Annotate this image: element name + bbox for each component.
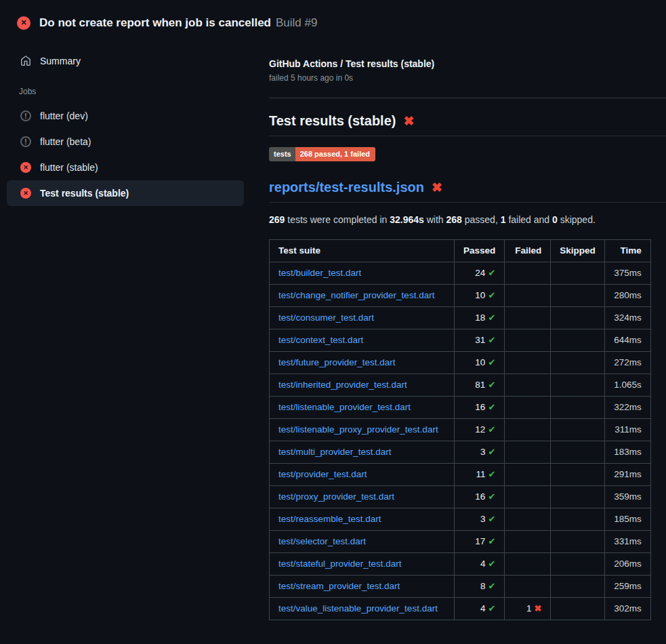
report-heading: reports/test-results.json ✖ bbox=[269, 180, 666, 203]
test-suite-link[interactable]: test/listenable_proxy_provider_test.dart bbox=[278, 424, 438, 435]
table-row: test/change_notifier_provider_test.dart1… bbox=[270, 285, 651, 307]
summary-line: 269 tests were completed in 32.964s with… bbox=[269, 214, 666, 225]
time-cell: 291ms bbox=[604, 464, 650, 486]
failed-status-icon: ✕ bbox=[20, 188, 31, 199]
job-label: Test results (stable) bbox=[40, 188, 129, 199]
passed-count: 18 bbox=[475, 313, 485, 323]
check-icon: ✔ bbox=[488, 581, 495, 591]
col-header-passed: Passed bbox=[455, 240, 505, 262]
passed-cell: 81✔ bbox=[455, 374, 505, 397]
skipped-cell bbox=[551, 352, 605, 374]
sidebar: Summary Jobs !flutter (dev)!flutter (bet… bbox=[0, 38, 251, 206]
failed-cell bbox=[505, 374, 551, 397]
run-header: ✕ Do not create report when job is cance… bbox=[0, 0, 666, 38]
failed-cell bbox=[505, 307, 551, 329]
table-row: test/stateful_provider_test.dart4✔206ms bbox=[270, 553, 651, 576]
job-label: flutter (dev) bbox=[40, 110, 88, 121]
skipped-cell bbox=[551, 262, 605, 285]
neutral-status-icon: ! bbox=[20, 136, 31, 147]
test-suite-link[interactable]: test/change_notifier_provider_test.dart bbox=[278, 290, 434, 300]
suite-cell: test/multi_provider_test.dart bbox=[270, 441, 455, 464]
failed-cell bbox=[505, 285, 551, 307]
time-cell: 259ms bbox=[604, 576, 650, 598]
sidebar-item-flutter-dev[interactable]: !flutter (dev) bbox=[7, 103, 244, 129]
sidebar-item-test-results-stable[interactable]: ✕Test results (stable) bbox=[7, 180, 244, 206]
sidebar-item-flutter-stable[interactable]: ✕flutter (stable) bbox=[7, 155, 244, 180]
skipped-cell bbox=[551, 486, 605, 508]
passed-count: 4 bbox=[480, 603, 486, 613]
passed-count: 81 bbox=[475, 380, 485, 390]
time-cell: 359ms bbox=[604, 486, 650, 508]
table-row: test/reassemble_test.dart3✔185ms bbox=[270, 508, 651, 531]
passed-cell: 11✔ bbox=[455, 464, 505, 486]
suite-cell: test/context_test.dart bbox=[270, 329, 455, 352]
passed-cell: 10✔ bbox=[455, 352, 505, 374]
check-icon: ✔ bbox=[488, 424, 495, 435]
suite-cell: test/change_notifier_provider_test.dart bbox=[270, 285, 455, 307]
time-cell: 644ms bbox=[604, 329, 650, 352]
test-suite-link[interactable]: test/context_test.dart bbox=[278, 335, 363, 345]
summary-label: Summary bbox=[40, 56, 81, 66]
run-build-number: Build #9 bbox=[276, 16, 317, 30]
passed-cell: 8✔ bbox=[455, 576, 505, 598]
badge-label: tests bbox=[269, 147, 295, 161]
sidebar-item-summary[interactable]: Summary bbox=[0, 49, 251, 73]
suite-cell: test/stateful_provider_test.dart bbox=[270, 553, 455, 576]
passed-count: 16 bbox=[475, 402, 485, 412]
passed-cell: 31✔ bbox=[455, 329, 505, 352]
skipped-cell bbox=[551, 285, 605, 307]
passed-cell: 16✔ bbox=[455, 486, 505, 508]
table-row: test/builder_test.dart24✔375ms bbox=[270, 262, 651, 285]
test-suite-link[interactable]: test/consumer_test.dart bbox=[278, 313, 374, 323]
test-suite-link[interactable]: test/stream_provider_test.dart bbox=[278, 581, 400, 591]
check-icon: ✔ bbox=[488, 313, 495, 323]
test-suite-link[interactable]: test/selector_test.dart bbox=[278, 536, 366, 546]
table-header-row: Test suite Passed Failed Skipped Time bbox=[270, 240, 651, 262]
failed-cell bbox=[505, 508, 551, 531]
failed-cell: 1✖ bbox=[505, 598, 551, 620]
table-row: test/consumer_test.dart18✔324ms bbox=[270, 307, 651, 329]
test-results-table: Test suite Passed Failed Skipped Time te… bbox=[269, 239, 651, 620]
summary-segment: skipped. bbox=[558, 214, 596, 225]
passed-cell: 4✔ bbox=[455, 598, 505, 620]
suite-cell: test/future_provider_test.dart bbox=[270, 352, 455, 374]
test-suite-link[interactable]: test/stateful_provider_test.dart bbox=[278, 559, 402, 569]
report-file-link[interactable]: reports/test-results.json bbox=[269, 180, 424, 195]
failed-cell bbox=[505, 553, 551, 576]
sidebar-item-flutter-beta[interactable]: !flutter (beta) bbox=[7, 129, 244, 155]
passed-cell: 24✔ bbox=[455, 262, 505, 285]
skipped-cell bbox=[551, 374, 605, 397]
test-suite-link[interactable]: test/future_provider_test.dart bbox=[278, 357, 396, 367]
table-row: test/future_provider_test.dart10✔272ms bbox=[270, 352, 651, 374]
divider bbox=[269, 98, 666, 98]
test-suite-link[interactable]: test/proxy_provider_test.dart bbox=[278, 491, 394, 502]
time-cell: 183ms bbox=[604, 441, 650, 464]
passed-cell: 18✔ bbox=[455, 307, 505, 329]
check-icon: ✔ bbox=[488, 491, 495, 502]
failed-status-icon: ✕ bbox=[20, 162, 31, 173]
suite-cell: test/proxy_provider_test.dart bbox=[270, 486, 455, 508]
test-suite-link[interactable]: test/value_listenable_provider_test.dart bbox=[278, 603, 438, 613]
table-row: test/value_listenable_provider_test.dart… bbox=[270, 598, 651, 620]
test-suite-link[interactable]: test/reassemble_test.dart bbox=[278, 514, 381, 524]
run-title: Do not create report when job is cancell… bbox=[39, 16, 271, 30]
passed-count: 3 bbox=[480, 514, 486, 524]
test-suite-link[interactable]: test/inherited_provider_test.dart bbox=[278, 380, 407, 390]
failed-cross-icon: ✖ bbox=[432, 181, 442, 194]
skipped-cell bbox=[551, 419, 605, 441]
breadcrumb: GitHub Actions / Test results (stable) bbox=[269, 58, 666, 69]
passed-cell: 16✔ bbox=[455, 397, 505, 419]
test-suite-link[interactable]: test/listenable_provider_test.dart bbox=[278, 402, 411, 412]
time-cell: 206ms bbox=[604, 553, 650, 576]
check-icon: ✔ bbox=[488, 268, 495, 278]
passed-count: 8 bbox=[480, 581, 486, 591]
passed-count: 31 bbox=[475, 335, 485, 345]
suite-cell: test/reassemble_test.dart bbox=[270, 508, 455, 531]
test-suite-link[interactable]: test/provider_test.dart bbox=[278, 469, 367, 479]
table-row: test/inherited_provider_test.dart81✔1.06… bbox=[270, 374, 651, 397]
test-suite-link[interactable]: test/multi_provider_test.dart bbox=[278, 447, 392, 457]
time-cell: 272ms bbox=[604, 352, 650, 374]
check-icon: ✔ bbox=[488, 402, 495, 412]
summary-segment: 1 bbox=[501, 214, 506, 225]
test-suite-link[interactable]: test/builder_test.dart bbox=[278, 268, 361, 278]
